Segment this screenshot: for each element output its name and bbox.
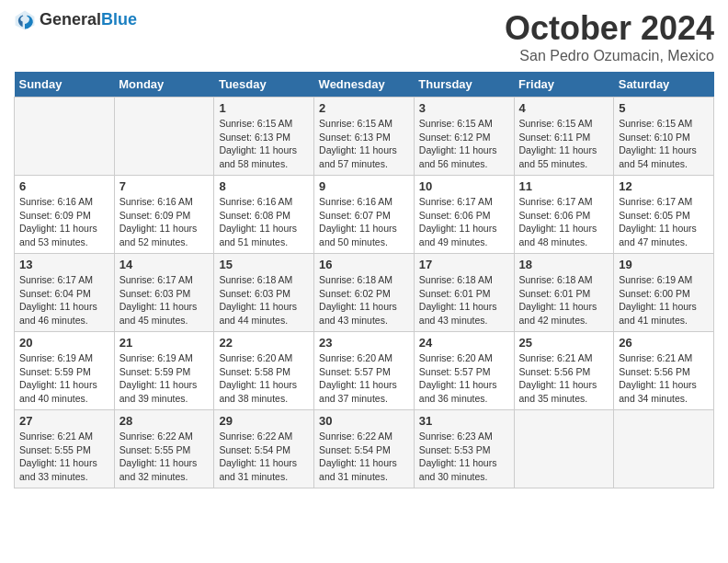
day-info: Sunrise: 6:17 AM Sunset: 6:03 PM Dayligh… [119,273,210,327]
calendar-cell: 29Sunrise: 6:22 AM Sunset: 5:54 PM Dayli… [214,410,314,488]
day-number: 21 [119,336,210,350]
day-number: 17 [419,258,509,271]
day-info: Sunrise: 6:20 AM Sunset: 5:57 PM Dayligh… [419,351,509,406]
day-number: 28 [119,414,210,428]
day-info: Sunrise: 6:17 AM Sunset: 6:05 PM Dayligh… [619,195,709,249]
day-number: 22 [219,336,309,350]
day-info: Sunrise: 6:15 AM Sunset: 6:10 PM Dayligh… [619,117,709,171]
day-number: 12 [619,179,709,193]
calendar-cell: 8Sunrise: 6:16 AM Sunset: 6:08 PM Daylig… [214,176,314,254]
day-info: Sunrise: 6:15 AM Sunset: 6:12 PM Dayligh… [419,117,509,171]
day-number: 5 [619,101,709,115]
day-number: 25 [519,336,609,350]
day-number: 31 [419,414,509,428]
day-number: 1 [219,101,309,115]
calendar-cell: 26Sunrise: 6:21 AM Sunset: 5:56 PM Dayli… [614,332,714,410]
day-number: 6 [19,179,109,193]
calendar-cell: 3Sunrise: 6:15 AM Sunset: 6:12 PM Daylig… [414,98,514,176]
calendar-cell: 20Sunrise: 6:19 AM Sunset: 5:59 PM Dayli… [15,332,115,410]
header-day-saturday: Saturday [614,72,714,98]
day-info: Sunrise: 6:17 AM Sunset: 6:06 PM Dayligh… [519,195,609,249]
day-info: Sunrise: 6:20 AM Sunset: 5:57 PM Dayligh… [319,351,409,406]
calendar-week-2: 6Sunrise: 6:16 AM Sunset: 6:09 PM Daylig… [15,176,714,254]
calendar-cell: 16Sunrise: 6:18 AM Sunset: 6:02 PM Dayli… [314,254,415,332]
day-number: 24 [419,336,509,350]
calendar-cell: 10Sunrise: 6:17 AM Sunset: 6:06 PM Dayli… [414,176,514,254]
day-number: 8 [219,179,309,193]
calendar-cell: 4Sunrise: 6:15 AM Sunset: 6:11 PM Daylig… [514,98,614,176]
day-number: 3 [419,101,509,115]
day-number: 10 [419,179,509,193]
day-info: Sunrise: 6:15 AM Sunset: 6:13 PM Dayligh… [219,117,309,171]
header-day-tuesday: Tuesday [214,72,314,98]
day-number: 27 [19,414,109,428]
calendar-cell: 17Sunrise: 6:18 AM Sunset: 6:01 PM Dayli… [414,254,514,332]
day-info: Sunrise: 6:20 AM Sunset: 5:58 PM Dayligh… [219,351,309,406]
header-day-thursday: Thursday [414,72,514,98]
calendar-cell: 31Sunrise: 6:23 AM Sunset: 5:53 PM Dayli… [414,410,514,488]
title-area: October 2024 San Pedro Ozumacin, Mexico [505,9,714,64]
day-info: Sunrise: 6:17 AM Sunset: 6:04 PM Dayligh… [19,273,109,327]
day-number: 7 [119,179,210,193]
day-number: 26 [619,336,709,350]
day-info: Sunrise: 6:16 AM Sunset: 6:07 PM Dayligh… [319,195,409,249]
calendar-week-1: 1Sunrise: 6:15 AM Sunset: 6:13 PM Daylig… [15,98,714,176]
day-number: 13 [19,258,109,271]
day-number: 29 [219,414,309,428]
header: General Blue October 2024 San Pedro Ozum… [14,9,714,64]
day-info: Sunrise: 6:22 AM Sunset: 5:54 PM Dayligh… [319,430,409,484]
calendar-week-4: 20Sunrise: 6:19 AM Sunset: 5:59 PM Dayli… [15,332,714,410]
calendar-cell: 9Sunrise: 6:16 AM Sunset: 6:07 PM Daylig… [314,176,415,254]
calendar-week-3: 13Sunrise: 6:17 AM Sunset: 6:04 PM Dayli… [15,254,714,332]
calendar-cell: 1Sunrise: 6:15 AM Sunset: 6:13 PM Daylig… [214,98,314,176]
calendar-cell: 18Sunrise: 6:18 AM Sunset: 6:01 PM Dayli… [514,254,614,332]
day-info: Sunrise: 6:18 AM Sunset: 6:02 PM Dayligh… [319,273,409,327]
day-number: 14 [119,258,210,271]
day-info: Sunrise: 6:17 AM Sunset: 6:06 PM Dayligh… [419,195,509,249]
calendar-cell [614,410,714,488]
day-info: Sunrise: 6:19 AM Sunset: 5:59 PM Dayligh… [19,351,109,406]
calendar-header-row: SundayMondayTuesdayWednesdayThursdayFrid… [15,72,714,98]
day-info: Sunrise: 6:18 AM Sunset: 6:03 PM Dayligh… [219,273,309,327]
day-number: 15 [219,258,309,271]
day-info: Sunrise: 6:22 AM Sunset: 5:55 PM Dayligh… [119,430,210,484]
month-title: October 2024 [505,9,714,48]
header-day-friday: Friday [514,72,614,98]
calendar-cell [15,98,115,176]
day-info: Sunrise: 6:21 AM Sunset: 5:55 PM Dayligh… [19,430,109,484]
calendar-cell [514,410,614,488]
day-info: Sunrise: 6:16 AM Sunset: 6:08 PM Dayligh… [219,195,309,249]
calendar-cell: 11Sunrise: 6:17 AM Sunset: 6:06 PM Dayli… [514,176,614,254]
day-number: 18 [519,258,609,271]
day-number: 4 [519,101,609,115]
calendar-cell [114,98,214,176]
day-info: Sunrise: 6:21 AM Sunset: 5:56 PM Dayligh… [619,351,709,406]
calendar-cell: 23Sunrise: 6:20 AM Sunset: 5:57 PM Dayli… [314,332,415,410]
calendar-cell: 27Sunrise: 6:21 AM Sunset: 5:55 PM Dayli… [15,410,115,488]
header-day-monday: Monday [114,72,214,98]
calendar-cell: 19Sunrise: 6:19 AM Sunset: 6:00 PM Dayli… [614,254,714,332]
day-info: Sunrise: 6:23 AM Sunset: 5:53 PM Dayligh… [419,430,509,484]
day-number: 20 [19,336,109,350]
day-info: Sunrise: 6:19 AM Sunset: 6:00 PM Dayligh… [619,273,709,327]
logo: General Blue [14,9,137,31]
calendar-cell: 24Sunrise: 6:20 AM Sunset: 5:57 PM Dayli… [414,332,514,410]
day-info: Sunrise: 6:18 AM Sunset: 6:01 PM Dayligh… [519,273,609,327]
calendar-table: SundayMondayTuesdayWednesdayThursdayFrid… [14,72,714,488]
day-number: 2 [319,101,409,115]
calendar-cell: 6Sunrise: 6:16 AM Sunset: 6:09 PM Daylig… [15,176,115,254]
header-day-sunday: Sunday [15,72,115,98]
day-number: 19 [619,258,709,271]
calendar-cell: 28Sunrise: 6:22 AM Sunset: 5:55 PM Dayli… [114,410,214,488]
calendar-cell: 13Sunrise: 6:17 AM Sunset: 6:04 PM Dayli… [15,254,115,332]
day-info: Sunrise: 6:16 AM Sunset: 6:09 PM Dayligh… [19,195,109,249]
calendar-cell: 25Sunrise: 6:21 AM Sunset: 5:56 PM Dayli… [514,332,614,410]
day-info: Sunrise: 6:16 AM Sunset: 6:09 PM Dayligh… [119,195,210,249]
logo-text: General Blue [40,11,137,29]
calendar-week-5: 27Sunrise: 6:21 AM Sunset: 5:55 PM Dayli… [15,410,714,488]
logo-icon [14,9,36,31]
calendar-cell: 12Sunrise: 6:17 AM Sunset: 6:05 PM Dayli… [614,176,714,254]
day-info: Sunrise: 6:19 AM Sunset: 5:59 PM Dayligh… [119,351,210,406]
location-title: San Pedro Ozumacin, Mexico [505,48,714,64]
header-day-wednesday: Wednesday [314,72,415,98]
